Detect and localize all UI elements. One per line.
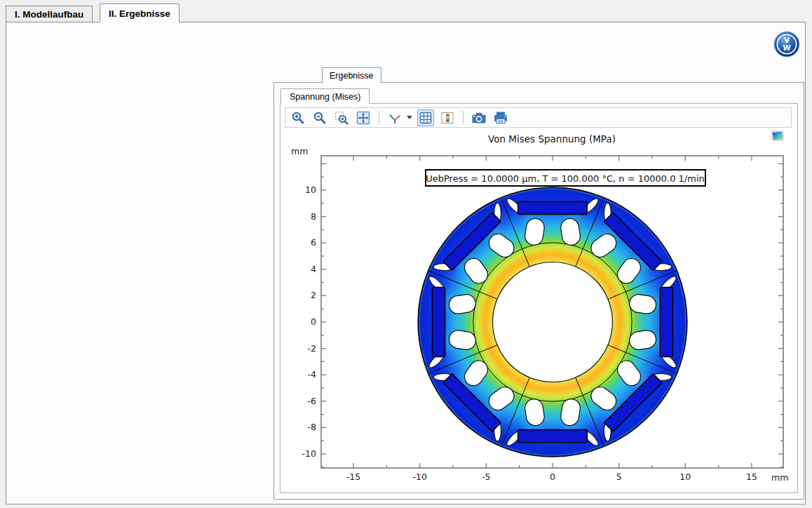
svg-text:-10: -10 <box>412 472 426 482</box>
orientation-axes-icon[interactable] <box>386 109 403 126</box>
printer-icon[interactable] <box>492 109 509 126</box>
svg-text:2: 2 <box>311 290 316 300</box>
svg-text:0: 0 <box>311 316 316 327</box>
vw-logo-w: W <box>783 44 790 52</box>
tab-modellaufbau-label: I. Modellaufbau <box>15 9 83 20</box>
zoom-in-icon[interactable] <box>290 109 306 126</box>
plot-toolbar <box>285 107 792 128</box>
annotation-box: UebPress = 10.0000 µm, T = 100.000 °C, n… <box>426 170 705 186</box>
svg-text:-6: -6 <box>308 396 317 406</box>
plot-thumbnail-icon[interactable] <box>769 127 786 144</box>
zoom-box-icon[interactable] <box>333 109 350 126</box>
tab-modellaufbau[interactable]: I. Modellaufbau <box>6 6 93 22</box>
tab-ergebnisse[interactable]: II. Ergebnisse <box>100 4 180 22</box>
color-legend-icon[interactable] <box>439 109 456 126</box>
app-window: I. Modellaufbau II. Ergebnisse i Letzte … <box>0 0 812 508</box>
rotor-stress-plot <box>418 187 687 457</box>
vw-logo-v: V <box>784 36 790 44</box>
svg-text:4: 4 <box>311 264 316 274</box>
svg-text:-5: -5 <box>482 472 490 482</box>
dropdown-caret-icon[interactable] <box>407 116 412 119</box>
tab-ergebnisse-label: II. Ergebnisse <box>109 8 170 19</box>
svg-text:10: 10 <box>305 185 316 195</box>
camera-icon[interactable] <box>471 109 487 126</box>
svg-text:-2: -2 <box>308 343 316 354</box>
plot-title: Von Mises Spannung (MPa) <box>488 133 616 145</box>
svg-text:6: 6 <box>311 237 316 248</box>
x-axis-unit: mm <box>771 472 788 483</box>
zoom-out-icon[interactable] <box>311 109 328 126</box>
svg-text:-4: -4 <box>308 369 317 380</box>
svg-text:-10: -10 <box>302 448 316 459</box>
vw-logo: V W <box>773 31 800 58</box>
tab-right-ergebnisse-label: Ergebnisse <box>330 71 374 81</box>
annotation-text: UebPress = 10.0000 µm, T = 100.000 °C, n… <box>426 173 705 184</box>
tab-spannung-mises[interactable]: Spannung (Mises) <box>280 88 370 104</box>
svg-text:10: 10 <box>679 472 691 482</box>
zoom-extents-icon[interactable] <box>355 109 372 126</box>
toolbar-separator <box>379 111 379 125</box>
svg-text:15: 15 <box>746 472 757 482</box>
svg-text:0: 0 <box>550 472 555 482</box>
svg-text:5: 5 <box>616 472 622 482</box>
tab-spannung-mises-label: Spannung (Mises) <box>290 92 360 102</box>
grid-icon[interactable] <box>417 109 434 126</box>
svg-text:-8: -8 <box>308 422 317 432</box>
svg-text:8: 8 <box>311 211 316 222</box>
svg-text:-15: -15 <box>346 472 360 482</box>
tab-right-ergebnisse[interactable]: Ergebnisse <box>322 67 381 83</box>
plot-canvas[interactable]: Von Mises Spannung (MPa) mm -15-10-50510… <box>285 128 792 491</box>
toolbar-separator <box>463 111 463 125</box>
y-axis-unit: mm <box>291 146 308 156</box>
